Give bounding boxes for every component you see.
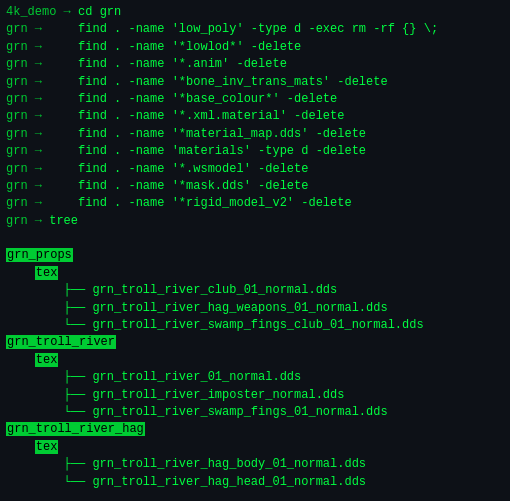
arrow: → (28, 21, 42, 38)
arrow: → (28, 56, 42, 73)
command-line: grn → find . -name '*.xml.material' -del… (6, 108, 504, 125)
tree-line: grn_troll_river (6, 334, 504, 351)
dir-highlight: tex (35, 440, 59, 454)
tree-file: grn_troll_river_swamp_fings_01_normal.dd… (85, 405, 387, 419)
command-text: tree (42, 213, 78, 230)
arrow: → (28, 161, 42, 178)
command-line: grn → find . -name '*rigid_model_v2' -de… (6, 195, 504, 212)
command-line: grn → find . -name '*mask.dds' -delete (6, 178, 504, 195)
tree-indent: ├── (6, 370, 85, 384)
tree-file: grn_troll_river_hag_head_01_normal.dds (85, 475, 366, 489)
command-text: cd grn (71, 4, 121, 21)
tree-indent: ├── (6, 457, 85, 471)
command-text: find . -name '*base_colour*' -delete (42, 91, 337, 108)
dir-highlight: grn_props (6, 248, 73, 262)
command-line: grn → find . -name '*base_colour*' -dele… (6, 91, 504, 108)
empty-line (6, 491, 504, 501)
tree-line: └── grn_troll_river_swamp_fings_club_01_… (6, 317, 504, 334)
prompt: grn (6, 91, 28, 108)
command-line: grn → find . -name '*material_map.dds' -… (6, 126, 504, 143)
prompt: grn (6, 74, 28, 91)
command-line: grn → find . -name '*.wsmodel' -delete (6, 161, 504, 178)
tree-line: tex (6, 439, 504, 456)
command-text: find . -name '*material_map.dds' -delete (42, 126, 366, 143)
arrow: → (28, 108, 42, 125)
tree-line: ├── grn_troll_river_imposter_normal.dds (6, 387, 504, 404)
prompt: grn (6, 126, 28, 143)
command-text: find . -name '*bone_inv_trans_mats' -del… (42, 74, 388, 91)
prompt: grn (6, 178, 28, 195)
prompt: grn (6, 195, 28, 212)
command-line: grn → find . -name '*lowlod*' -delete (6, 39, 504, 56)
command-line: grn → find . -name '*.anim' -delete (6, 56, 504, 73)
tree-line: tex (6, 265, 504, 282)
tree-indent (6, 440, 35, 454)
tree-line: └── grn_troll_river_hag_head_01_normal.d… (6, 474, 504, 491)
tree-indent: ├── (6, 301, 85, 315)
tree-file: grn_troll_river_hag_body_01_normal.dds (85, 457, 366, 471)
tree-indent: └── (6, 318, 85, 332)
dir-highlight: tex (35, 266, 59, 280)
prompt: grn (6, 108, 28, 125)
command-line: grn → find . -name 'low_poly' -type d -e… (6, 21, 504, 38)
arrow: → (28, 91, 42, 108)
command-line: grn → tree (6, 213, 504, 230)
tree-line: ├── grn_troll_river_club_01_normal.dds (6, 282, 504, 299)
tree-line: tex (6, 352, 504, 369)
arrow: → (28, 74, 42, 91)
command-line: 4k_demo → cd grn (6, 4, 504, 21)
tree-file: grn_troll_river_swamp_fings_club_01_norm… (85, 318, 423, 332)
command-text: find . -name '*rigid_model_v2' -delete (42, 195, 352, 212)
command-line: grn → find . -name '*bone_inv_trans_mats… (6, 74, 504, 91)
command-text: find . -name '*.xml.material' -delete (42, 108, 344, 125)
tree-line: grn_troll_river_hag (6, 421, 504, 438)
prompt: grn (6, 56, 28, 73)
dir-highlight: grn_troll_river_hag (6, 422, 145, 436)
arrow: → (28, 195, 42, 212)
tree-indent: ├── (6, 283, 85, 297)
command-text: find . -name '*.anim' -delete (42, 56, 287, 73)
dir-highlight: tex (35, 353, 59, 367)
command-text: find . -name '*mask.dds' -delete (42, 178, 308, 195)
arrow: → (56, 4, 70, 21)
arrow: → (28, 213, 42, 230)
terminal: 4k_demo → cd grngrn → find . -name 'low_… (6, 4, 504, 501)
command-text: find . -name '*lowlod*' -delete (42, 39, 301, 56)
tree-file: grn_troll_river_hag_weapons_01_normal.dd… (85, 301, 387, 315)
command-line: grn → find . -name 'materials' -type d -… (6, 143, 504, 160)
tree-indent: ├── (6, 388, 85, 402)
dir-highlight: grn_troll_river (6, 335, 116, 349)
tree-file: grn_troll_river_01_normal.dds (85, 370, 301, 384)
command-text: find . -name 'materials' -type d -delete (42, 143, 366, 160)
tree-indent (6, 353, 35, 367)
tree-line: ├── grn_troll_river_hag_body_01_normal.d… (6, 456, 504, 473)
prompt: 4k_demo (6, 4, 56, 21)
tree-line: └── grn_troll_river_swamp_fings_01_norma… (6, 404, 504, 421)
tree-indent: └── (6, 405, 85, 419)
empty-line (6, 230, 504, 247)
command-text: find . -name '*.wsmodel' -delete (42, 161, 308, 178)
arrow: → (28, 143, 42, 160)
tree-indent: └── (6, 475, 85, 489)
prompt: grn (6, 39, 28, 56)
tree-line: grn_props (6, 247, 504, 264)
tree-line: ├── grn_troll_river_01_normal.dds (6, 369, 504, 386)
arrow: → (28, 178, 42, 195)
tree-line: ├── grn_troll_river_hag_weapons_01_norma… (6, 300, 504, 317)
prompt: grn (6, 161, 28, 178)
tree-file: grn_troll_river_imposter_normal.dds (85, 388, 344, 402)
command-text: find . -name 'low_poly' -type d -exec rm… (42, 21, 438, 38)
prompt: grn (6, 21, 28, 38)
tree-file: grn_troll_river_club_01_normal.dds (85, 283, 337, 297)
arrow: → (28, 126, 42, 143)
tree-indent (6, 266, 35, 280)
prompt: grn (6, 143, 28, 160)
arrow: → (28, 39, 42, 56)
prompt: grn (6, 213, 28, 230)
